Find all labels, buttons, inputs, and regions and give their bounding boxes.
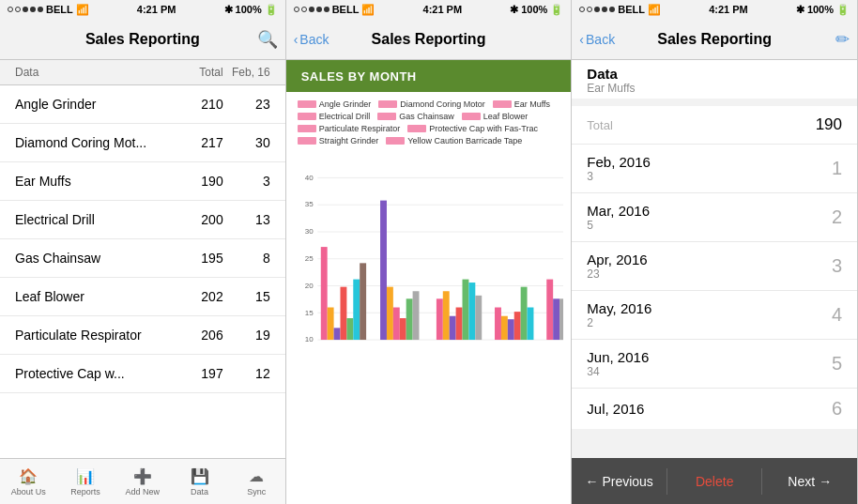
chevron-left-icon-3: ‹: [579, 32, 584, 47]
chart-legend: Angle Grinder Diamond Coring Motor Ear M…: [294, 99, 564, 145]
svg-rect-16: [333, 328, 340, 340]
back-button-2[interactable]: ‹ Back: [294, 32, 329, 47]
carrier-3: BELL: [618, 4, 645, 15]
legend-label: Gas Chainsaw: [399, 112, 454, 121]
tab-add-new[interactable]: ➕ Add New: [114, 467, 171, 496]
detail-section-title: Data: [587, 66, 842, 82]
tab-add-new-label: Add New: [126, 487, 161, 496]
table-row[interactable]: Diamond Coring Mot... 217 30: [0, 124, 285, 162]
svg-rect-34: [495, 308, 501, 341]
battery-2: 100%: [521, 4, 547, 15]
dot: [8, 7, 13, 12]
delete-button[interactable]: Delete: [667, 458, 762, 504]
svg-text:40: 40: [304, 174, 313, 182]
wifi-icon-3: 📶: [648, 4, 661, 16]
dot: [23, 7, 28, 12]
svg-text:15: 15: [304, 309, 313, 317]
field-value-total: 190: [816, 115, 842, 134]
status-right-1: ✱ 100% 🔋: [224, 4, 278, 16]
svg-rect-38: [520, 287, 527, 340]
status-bar-1: BELL 📶 4:21 PM ✱ 100% 🔋: [0, 0, 285, 19]
legend-swatch: [386, 137, 405, 145]
wifi-icon-1: 📶: [76, 4, 89, 16]
detail-row-mar[interactable]: Mar, 2016 5 2: [572, 193, 857, 242]
svg-rect-14: [320, 247, 327, 340]
legend-item: Diamond Coring Motor: [378, 99, 485, 109]
dot: [324, 7, 329, 12]
bar-chart: 40 35 30 25 20 15 10: [294, 153, 564, 397]
chevron-right-action-icon: →: [819, 474, 832, 489]
legend-label: Straight Grinder: [319, 136, 379, 145]
table-row[interactable]: Leaf Blower 202 15: [0, 278, 285, 316]
legend-item: Yellow Caution Barricade Tape: [386, 136, 522, 145]
svg-rect-33: [475, 296, 482, 340]
row-total: 195: [176, 251, 223, 266]
edit-icon[interactable]: ✏: [835, 29, 850, 50]
svg-rect-18: [346, 318, 353, 340]
signal-1: [8, 7, 43, 12]
previous-label: Previous: [602, 474, 652, 489]
svg-rect-22: [387, 287, 393, 340]
tab-data[interactable]: 💾 Data: [171, 467, 228, 496]
previous-button[interactable]: ← Previous: [572, 458, 666, 504]
legend-swatch: [462, 113, 481, 120]
next-button[interactable]: Next →: [762, 458, 857, 504]
svg-rect-35: [501, 316, 508, 340]
svg-rect-40: [546, 280, 553, 340]
detail-row-jul[interactable]: Jul, 2016 6: [572, 389, 857, 429]
row-name: Protective Cap w...: [15, 366, 176, 381]
nav-bar-3: ‹ Back Sales Reporting ✏: [572, 19, 857, 60]
legend-item: Leaf Blower: [462, 112, 529, 121]
chart-title: SALES BY MONTH: [301, 69, 417, 84]
back-button-3[interactable]: ‹ Back: [579, 32, 615, 47]
tab-sync[interactable]: ☁ Sync: [228, 467, 285, 496]
tab-about-us[interactable]: 🏠 About Us: [0, 467, 57, 496]
status-left-2: BELL 📶: [294, 4, 375, 16]
chart-area: Angle Grinder Diamond Coring Motor Ear M…: [286, 92, 572, 504]
legend-label: Electrical Drill: [319, 112, 371, 121]
svg-rect-29: [449, 316, 455, 340]
back-label-2: Back: [299, 32, 329, 47]
svg-text:25: 25: [304, 254, 313, 263]
table-row[interactable]: Gas Chainsaw 195 8: [0, 239, 285, 278]
legend-label: Ear Muffs: [514, 99, 550, 109]
row-date: 19: [223, 328, 270, 343]
search-icon[interactable]: 🔍: [257, 29, 278, 50]
svg-rect-42: [559, 298, 564, 340]
detail-row-feb[interactable]: Feb, 2016 3 1: [572, 145, 857, 193]
dot: [30, 7, 36, 12]
table-row[interactable]: Ear Muffs 190 3: [0, 162, 285, 201]
row-date: 3: [223, 174, 270, 189]
field-label-mar: Mar, 2016: [587, 203, 650, 219]
tab-reports[interactable]: 📊 Reports: [57, 467, 115, 496]
battery-icon-2: 🔋: [550, 4, 563, 16]
detail-row-jun[interactable]: Jun, 2016 34 5: [572, 340, 857, 389]
tab-reports-label: Reports: [70, 487, 100, 496]
svg-rect-39: [527, 308, 533, 341]
legend-swatch: [493, 100, 512, 108]
row-date: 12: [223, 366, 270, 381]
col-header-total: Total: [176, 66, 223, 79]
svg-rect-26: [412, 291, 419, 340]
detail-header-section: Data Ear Muffs: [572, 60, 857, 99]
legend-item: Particulate Respirator: [298, 124, 401, 133]
nav-title-1: Sales Reporting: [85, 31, 200, 48]
signal-2: [294, 7, 329, 12]
table-row[interactable]: Protective Cap w... 197 12: [0, 355, 285, 393]
table-row[interactable]: Angle Grinder 210 23: [0, 85, 285, 124]
row-date: 13: [223, 212, 270, 227]
bluetooth-icon-1: ✱: [224, 4, 233, 16]
table-row[interactable]: Particulate Respirator 206 19: [0, 316, 285, 355]
table-row[interactable]: Electrical Drill 200 13: [0, 201, 285, 239]
dot: [15, 7, 21, 12]
tab-data-label: Data: [191, 487, 208, 496]
table-body: Angle Grinder 210 23 Diamond Coring Mot.…: [0, 85, 285, 458]
row-name: Ear Muffs: [15, 174, 176, 189]
svg-rect-21: [380, 201, 387, 340]
detail-row-may[interactable]: May, 2016 2 4: [572, 291, 857, 340]
panel-chart: BELL 📶 4:21 PM ✱ 100% 🔋 ‹ Back Sales Rep…: [286, 0, 573, 504]
svg-rect-20: [360, 263, 366, 340]
detail-row-apr[interactable]: Apr, 2016 23 3: [572, 242, 857, 291]
legend-label: Angle Grinder: [319, 99, 372, 109]
row-total: 200: [176, 212, 223, 227]
